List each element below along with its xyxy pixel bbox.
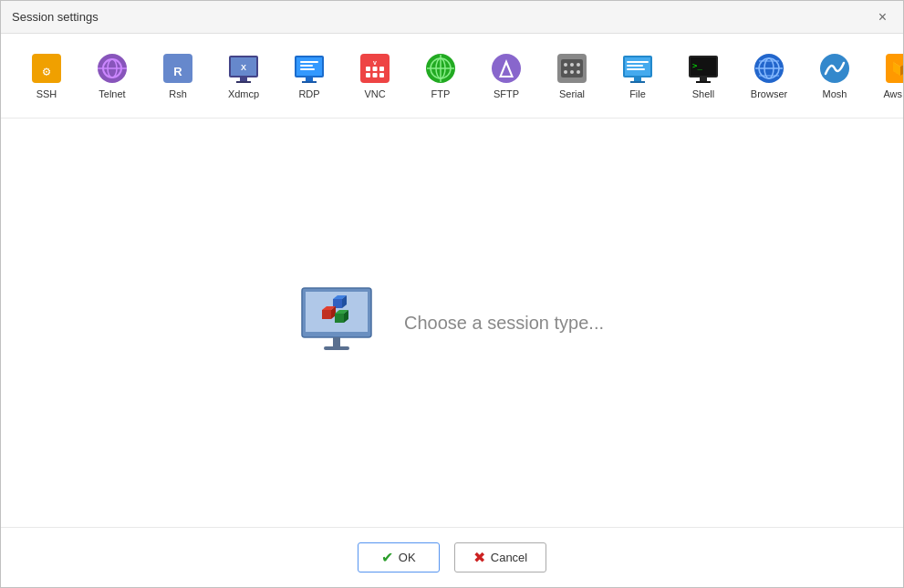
serial-label: Serial — [559, 88, 585, 99]
cancel-button[interactable]: ✖ Cancel — [454, 542, 546, 573]
svg-rect-37 — [561, 59, 583, 77]
session-type-awss3[interactable]: Aws S3 — [869, 45, 903, 107]
svg-rect-16 — [300, 65, 313, 67]
session-type-rdp[interactable]: RDP — [278, 45, 340, 107]
svg-marker-77 — [322, 310, 331, 319]
svg-rect-54 — [700, 77, 707, 81]
svg-text:⚙: ⚙ — [43, 64, 51, 78]
session-placeholder: Choose a session type... — [300, 286, 604, 359]
rdp-icon — [293, 52, 326, 85]
svg-point-40 — [577, 63, 580, 67]
file-icon — [621, 52, 654, 85]
session-type-ftp[interactable]: FTP — [410, 45, 472, 107]
svg-rect-47 — [627, 65, 643, 67]
session-type-xdmcp[interactable]: X Xdmcp — [213, 45, 275, 107]
session-type-sftp[interactable]: SFTP — [475, 45, 537, 107]
session-type-vnc[interactable]: v VNC — [344, 45, 406, 107]
ok-button[interactable]: ✔ OK — [358, 542, 440, 573]
sftp-icon — [490, 52, 523, 85]
svg-rect-50 — [630, 81, 645, 83]
awss3-icon — [884, 52, 903, 85]
vnc-icon: v — [358, 52, 391, 85]
svg-rect-15 — [300, 61, 318, 63]
svg-rect-26 — [373, 73, 378, 77]
rdp-label: RDP — [298, 88, 319, 99]
svg-rect-55 — [696, 81, 711, 83]
content-area: Choose a session type... — [1, 119, 903, 527]
svg-rect-49 — [634, 77, 641, 81]
ssh-icon: ⚙ — [30, 52, 63, 85]
session-type-mosh[interactable]: Mosh — [804, 45, 866, 107]
svg-text:X: X — [241, 63, 246, 72]
ftp-icon — [424, 52, 457, 85]
ssh-label: SSH — [36, 88, 57, 99]
svg-rect-83 — [333, 337, 340, 346]
close-button[interactable]: × — [873, 8, 892, 26]
rsh-icon: R — [161, 52, 194, 85]
ftp-label: FTP — [431, 88, 451, 99]
svg-point-39 — [570, 63, 574, 67]
ok-check-icon: ✔ — [381, 549, 393, 566]
dialog-title: Session settings — [12, 10, 99, 24]
shell-label: Shell — [692, 88, 714, 99]
file-label: File — [629, 88, 646, 99]
dialog-footer: ✔ OK ✖ Cancel — [1, 527, 903, 587]
svg-point-43 — [577, 70, 580, 74]
session-type-browser[interactable]: Browser — [738, 45, 800, 107]
sftp-label: SFTP — [494, 88, 519, 99]
session-type-file[interactable]: File — [607, 45, 669, 107]
shell-icon: >_ — [687, 52, 720, 85]
svg-rect-48 — [627, 68, 645, 70]
cancel-x-icon: ✖ — [473, 549, 485, 566]
session-type-telnet[interactable]: Telnet — [81, 45, 143, 107]
telnet-icon — [96, 52, 129, 85]
svg-rect-19 — [302, 81, 317, 83]
mosh-icon — [818, 52, 851, 85]
svg-rect-17 — [300, 68, 315, 70]
browser-label: Browser — [751, 88, 787, 99]
session-settings-dialog: Session settings × ⚙ SSH Telnet R Rsh X … — [0, 0, 904, 588]
svg-rect-11 — [240, 77, 247, 81]
svg-text:>_: >_ — [692, 61, 702, 70]
session-type-list: ⚙ SSH Telnet R Rsh X Xdmcp RDP v — [1, 34, 903, 119]
svg-point-38 — [564, 63, 567, 67]
svg-text:R: R — [173, 65, 182, 78]
svg-rect-84 — [324, 346, 349, 350]
xdmcp-label: Xdmcp — [228, 88, 259, 99]
svg-point-41 — [564, 70, 567, 74]
svg-rect-12 — [236, 81, 251, 83]
svg-rect-27 — [379, 73, 384, 77]
rsh-label: Rsh — [169, 88, 187, 99]
svg-rect-46 — [627, 61, 649, 63]
session-type-rsh[interactable]: R Rsh — [147, 45, 209, 107]
xdmcp-icon: X — [227, 52, 260, 85]
svg-rect-18 — [306, 77, 313, 81]
telnet-label: Telnet — [99, 88, 125, 99]
session-type-shell[interactable]: >_ Shell — [672, 45, 734, 107]
awss3-label: Aws S3 — [883, 88, 903, 99]
placeholder-text: Choose a session type... — [404, 313, 604, 334]
svg-rect-25 — [366, 73, 370, 77]
cancel-label: Cancel — [491, 551, 527, 564]
mosh-label: Mosh — [823, 88, 847, 99]
svg-rect-23 — [373, 67, 378, 71]
svg-rect-22 — [366, 67, 370, 71]
svg-marker-80 — [335, 314, 344, 323]
ok-label: OK — [399, 551, 416, 564]
session-type-serial[interactable]: Serial — [541, 45, 603, 107]
vnc-label: VNC — [364, 88, 385, 99]
placeholder-image — [300, 286, 382, 359]
svg-rect-24 — [379, 67, 384, 71]
browser-icon — [753, 52, 785, 85]
session-type-ssh[interactable]: ⚙ SSH — [16, 45, 78, 107]
svg-text:v: v — [373, 59, 377, 66]
title-bar: Session settings × — [1, 1, 903, 34]
svg-point-42 — [570, 70, 574, 74]
serial-icon — [556, 52, 588, 85]
